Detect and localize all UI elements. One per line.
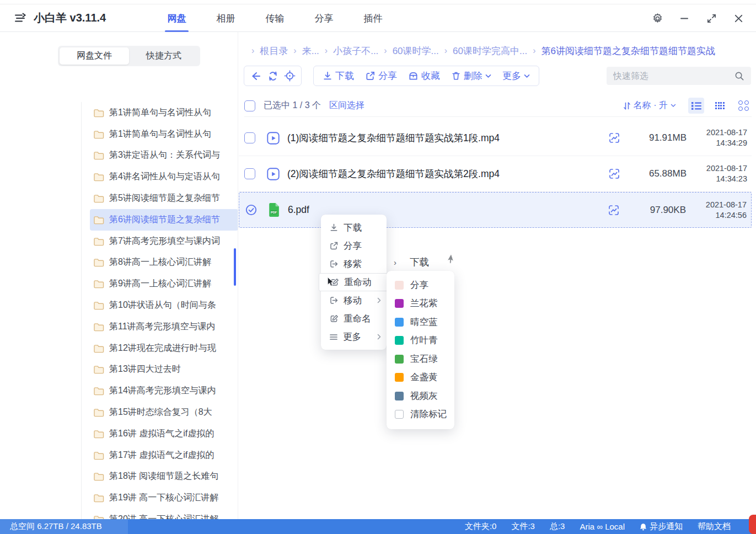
title-bar: 小白羊 v3.11.4 网盘 相册 传输 分享: [0, 4, 756, 32]
range-select-link[interactable]: 区间选择: [329, 100, 364, 111]
delete-button[interactable]: 删除: [451, 70, 491, 82]
breadcrumb-item[interactable]: › 根目录: [246, 45, 288, 57]
more-button[interactable]: 更多: [502, 70, 530, 82]
list-view-button[interactable]: [688, 98, 704, 114]
folder-icon: [93, 301, 105, 310]
menu-item-move[interactable]: 移动: [321, 291, 387, 309]
breadcrumb-separator: ›: [533, 46, 535, 56]
folder-label: 第8讲高一上核心词汇讲解: [109, 257, 211, 268]
sidebar-folder-item[interactable]: 第1讲简单句与名词性从句: [90, 124, 238, 145]
sidebar-scrollbar-thumb[interactable]: [234, 248, 236, 286]
sidebar-folder-item[interactable]: 第15讲时态综合复习（8大: [90, 402, 238, 423]
folder-icon: [93, 108, 105, 118]
mouse-cursor: [326, 277, 335, 289]
folder-icon: [93, 408, 105, 417]
menu-item-ghost-move[interactable]: 移紫: [321, 255, 387, 273]
ghost-download-item[interactable]: › 下载: [394, 255, 429, 269]
sidebar-folder-item[interactable]: 第14讲高考完形填空与课内: [90, 380, 238, 402]
locate-icon[interactable]: [281, 67, 298, 84]
red-corner-badge[interactable]: [749, 515, 756, 534]
preview-icon[interactable]: [608, 204, 620, 216]
file-name[interactable]: (2)阅读细节题之复杂细节题细节题实战第2段.mp4: [287, 167, 500, 180]
back-icon[interactable]: [247, 67, 264, 84]
sidebar-folder-item[interactable]: 第1讲简单句与名词性从句: [90, 102, 238, 124]
settings-gear-icon[interactable]: [651, 12, 664, 25]
preview-icon[interactable]: [608, 132, 620, 144]
nav-tab[interactable]: 传输: [250, 4, 299, 32]
sidebar-folder-item[interactable]: 第19讲 高一下核心词汇讲解: [90, 487, 238, 509]
file-row[interactable]: (1)阅读细节题之复杂细节题细节题实战第1段.mp4 91.91MB 2021-…: [239, 120, 752, 156]
select-all-checkbox[interactable]: [244, 100, 255, 111]
share-button[interactable]: 分享: [365, 70, 397, 82]
app-logo-icon[interactable]: [13, 12, 26, 24]
breadcrumb-separator: ›: [384, 46, 387, 56]
sidebar-folder-item[interactable]: 第10讲状语从句（时间与条: [90, 295, 238, 316]
sidebar-folder-item[interactable]: 第20讲 高一下核心词汇讲解: [90, 509, 238, 519]
breadcrumb-item[interactable]: › 小孩子不...: [319, 45, 379, 57]
sidebar-folder-item[interactable]: 第8讲高一上核心词汇讲解: [90, 252, 238, 274]
quick-filter-input[interactable]: [613, 71, 734, 81]
nav-tab[interactable]: 插件: [348, 4, 398, 32]
download-button[interactable]: 下载: [323, 70, 354, 82]
preview-icon[interactable]: [608, 168, 620, 180]
grid-view-button[interactable]: [712, 98, 728, 114]
menu-item-share[interactable]: 分享: [321, 237, 387, 255]
file-size: 97.90KB: [632, 205, 686, 216]
tag-menu-item[interactable]: 竹叶青: [387, 332, 454, 350]
search-icon[interactable]: [734, 71, 744, 81]
tag-menu-item[interactable]: 清除标记: [387, 405, 454, 424]
tag-menu-item[interactable]: 分享: [387, 276, 454, 295]
tag-menu-item[interactable]: 晴空蓝: [387, 313, 454, 332]
sidebar-folder-item[interactable]: 第13讲四大过去时: [90, 359, 238, 381]
menu-item-rename[interactable]: 重命名: [321, 309, 387, 328]
breadcrumb-item[interactable]: › 来...: [288, 45, 319, 57]
breadcrumb-item[interactable]: › 60课时学完高中...: [439, 45, 527, 57]
maximize-icon[interactable]: [705, 12, 718, 25]
sidebar-folder-item[interactable]: 第18讲 阅读细节题之长难句: [90, 466, 238, 488]
tag-color-menu: 分享 兰花紫 晴空蓝 竹叶青 宝石绿 金: [387, 271, 454, 429]
folder-icon: [93, 472, 105, 481]
tag-menu-item[interactable]: 视频灰: [387, 387, 454, 405]
sort-arrows-icon: [623, 102, 631, 110]
sidebar-tab[interactable]: 快捷方式: [129, 47, 199, 65]
menu-item-more[interactable]: 更多: [321, 328, 387, 346]
row-checkbox[interactable]: [244, 168, 255, 179]
sidebar-folder-item[interactable]: 第7讲高考完形填空与课内词: [90, 231, 238, 252]
file-name[interactable]: 6.pdf: [288, 204, 309, 216]
folder-label: 第16讲 虚拟语气之if虚拟的: [109, 428, 214, 440]
breadcrumb-item[interactable]: › 60课时学...: [378, 45, 438, 57]
file-row-selected[interactable]: PDF 6.pdf 97.90KB 2021-08-17 14:24:56: [239, 192, 752, 228]
row-checked-icon[interactable]: [245, 204, 258, 216]
minimize-icon[interactable]: [678, 12, 691, 25]
nav-tab[interactable]: 网盘: [152, 4, 201, 32]
sidebar-folder-item[interactable]: 第6讲阅读细节题之复杂细节: [90, 209, 238, 231]
favorite-button[interactable]: 收藏: [408, 70, 440, 82]
sort-control[interactable]: 名称 · 升: [623, 100, 676, 111]
row-checkbox[interactable]: [244, 132, 255, 143]
chevron-right-icon: [377, 297, 381, 303]
sidebar-folder-item[interactable]: 第16讲 虚拟语气之if虚拟的: [90, 423, 238, 445]
tag-menu-item[interactable]: 兰花紫: [387, 295, 454, 313]
sync-notice[interactable]: 异步通知: [640, 521, 683, 532]
sidebar-tab[interactable]: 网盘文件: [60, 47, 129, 65]
sidebar-folder-item[interactable]: 第5讲阅读细节题之复杂细节: [90, 188, 238, 209]
file-name[interactable]: (1)阅读细节题之复杂细节题细节题实战第1段.mp4: [287, 131, 500, 145]
close-icon[interactable]: [732, 12, 745, 25]
breadcrumb-item[interactable]: › 第6讲阅读细节题之复杂细节题细节题实战: [527, 45, 715, 57]
sidebar-folder-item[interactable]: 第12讲现在完成进行时与现: [90, 338, 238, 359]
file-row[interactable]: (2)阅读细节题之复杂细节题细节题实战第2段.mp4 65.88MB 2021-…: [239, 156, 752, 192]
nav-tab[interactable]: 相册: [201, 4, 250, 32]
help-docs-link[interactable]: 帮助文档: [698, 521, 731, 532]
sidebar-folder-item[interactable]: 第11讲高考完形填空与课内: [90, 316, 238, 338]
large-grid-view-button[interactable]: [736, 98, 752, 114]
menu-item-download[interactable]: 下载: [321, 218, 387, 237]
download-engine[interactable]: Aria ∞ Local: [580, 522, 625, 531]
tag-menu-item[interactable]: 宝石绿: [387, 350, 454, 369]
refresh-icon[interactable]: [264, 67, 281, 84]
tag-menu-item[interactable]: 金盏黄: [387, 369, 454, 387]
nav-tab[interactable]: 分享: [299, 4, 348, 32]
sidebar-folder-item[interactable]: 第9讲高一上核心词汇讲解: [90, 273, 238, 295]
sidebar-folder-item[interactable]: 第3讲定语从句：关系代词与: [90, 145, 238, 167]
sidebar-folder-item[interactable]: 第17讲 虚拟语气之if虚拟的: [90, 445, 238, 466]
sidebar-folder-item[interactable]: 第4讲名词性从句与定语从句: [90, 166, 238, 188]
